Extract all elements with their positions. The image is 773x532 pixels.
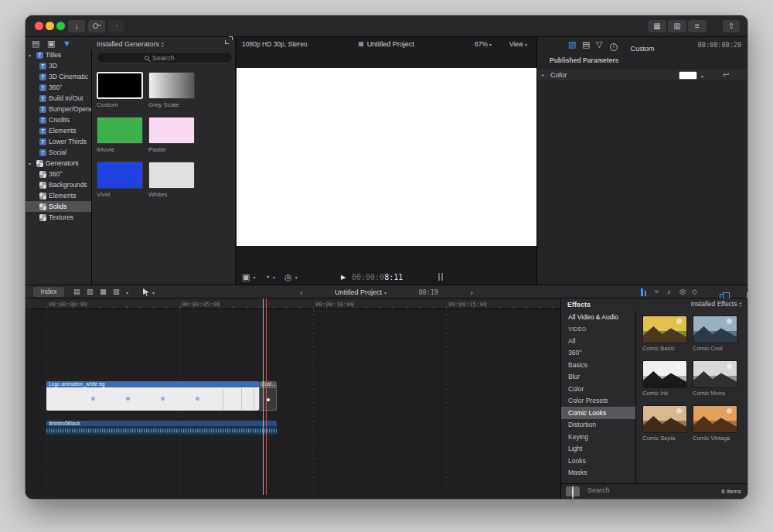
generator-item-imovie[interactable]: iMovie xyxy=(97,117,143,153)
sidebar-item-360-titles[interactable]: 360° xyxy=(26,82,91,93)
sidebar-item-solids[interactable]: Solids xyxy=(26,201,91,212)
clip-appearance-icon-3[interactable]: ▦ xyxy=(100,288,107,295)
fullscreen-icon[interactable] xyxy=(225,36,233,44)
generator-thumbnail[interactable] xyxy=(97,117,143,144)
sidebar-item-textures[interactable]: Textures xyxy=(26,212,91,223)
category-basics[interactable]: Basics xyxy=(561,359,635,371)
minimize-button[interactable] xyxy=(46,22,54,30)
snapping-icon[interactable]: ◇ xyxy=(692,288,697,295)
generator-thumbnail[interactable] xyxy=(97,72,143,99)
effect-thumbnail[interactable] xyxy=(642,405,687,433)
sidebar-item-360-generators[interactable]: 360° xyxy=(26,169,91,179)
sidebar-item-3d[interactable]: 3D xyxy=(26,60,91,71)
reset-parameter-icon[interactable]: ↩ xyxy=(723,70,729,79)
category-blur[interactable]: Blur xyxy=(561,371,635,384)
browser-layout-button[interactable]: ▦ xyxy=(648,20,666,32)
effect-item-comic-mono[interactable]: Comic Mono xyxy=(693,360,737,397)
effect-item-comic-ink[interactable]: Comic Ink xyxy=(642,360,687,397)
crop-tool-icon[interactable]: ▣ xyxy=(242,273,250,281)
sidebar-item-build-in-out[interactable]: Build In/Out xyxy=(26,93,91,104)
effect-item-comic-basic[interactable]: Comic Basic xyxy=(642,315,687,352)
category-comic-looks[interactable]: Comic Looks xyxy=(561,407,635,419)
viewer-view-dropdown[interactable]: View ▾ xyxy=(509,40,527,48)
effect-thumbnail[interactable] xyxy=(693,405,737,433)
generator-search-input[interactable] xyxy=(152,54,185,62)
effects-search-button[interactable] xyxy=(566,486,580,496)
effects-pool-dropdown[interactable]: Installed Effects ▴▾ xyxy=(691,300,741,308)
sidebar-item-bumper-opener[interactable]: Bumper/Opener xyxy=(26,104,91,114)
timeline-layout-button[interactable]: ▥ xyxy=(668,20,686,32)
inspector-layout-button[interactable]: ≡ xyxy=(688,20,707,32)
effect-item-comic-sepia[interactable]: Comic Sepia xyxy=(642,405,687,442)
disclosure-triangle-icon[interactable]: ▾ xyxy=(29,161,34,166)
category-masks[interactable]: Masks xyxy=(561,467,635,479)
skimming-icon[interactable]: ≈ xyxy=(655,288,659,295)
solo-icon[interactable]: ◎ xyxy=(679,288,686,295)
category-all-video-audio[interactable]: All Video & Audio xyxy=(561,311,635,323)
effect-item-comic-cool[interactable]: Comic Cool xyxy=(693,315,737,352)
sidebar-item-credits[interactable]: Credits xyxy=(26,114,91,125)
category-keying[interactable]: Keying xyxy=(561,431,635,443)
category-color-presets[interactable]: Color Presets xyxy=(561,395,635,408)
timeline-project-dropdown[interactable]: Untitled Project ▾ xyxy=(335,288,386,296)
close-button[interactable] xyxy=(35,22,43,30)
effect-thumbnail[interactable] xyxy=(642,315,687,343)
generator-clip-body[interactable] xyxy=(259,387,277,411)
generator-clip-name-bar[interactable]: Cust... xyxy=(259,381,277,387)
title-clip-name-bar[interactable]: Logo animation_white bg xyxy=(46,381,259,387)
category-distortion[interactable]: Distortion xyxy=(561,419,635,431)
sidebar-item-elements-generators[interactable]: Elements xyxy=(26,190,91,201)
category-all[interactable]: All xyxy=(561,335,635,347)
playhead[interactable] xyxy=(266,298,267,495)
import-media-button[interactable]: ↓ xyxy=(68,20,85,32)
category-360[interactable]: 360° xyxy=(561,347,635,360)
media-browser-icon[interactable]: ▤ xyxy=(32,39,39,48)
generator-thumbnail[interactable] xyxy=(97,162,143,189)
background-tasks-button[interactable]: ◔ xyxy=(108,20,124,32)
effects-search-input[interactable] xyxy=(587,486,680,494)
viewer-zoom-dropdown[interactable]: 67% ▾ xyxy=(475,40,492,48)
sidebar-item-backgrounds[interactable]: Backgrounds xyxy=(26,179,91,190)
audio-meters-icon[interactable] xyxy=(641,288,646,296)
generator-thumbnail[interactable] xyxy=(148,72,195,99)
clip-appearance-icon-4[interactable]: ▧ xyxy=(113,288,120,295)
disclosure-triangle-icon[interactable]: ▾ xyxy=(29,53,34,58)
disclosure-triangle-icon[interactable]: ▸ xyxy=(542,72,547,77)
timeline-pane[interactable]: 00:00:00:00 00:00:05:00 00:00:10:00 00:0… xyxy=(26,298,747,499)
previous-project-arrow[interactable]: ‹ xyxy=(300,288,303,297)
retime-tool-icon[interactable]: ◔ xyxy=(264,273,270,281)
photos-audio-browser-icon[interactable]: ▣ xyxy=(47,39,55,48)
generator-thumbnail[interactable] xyxy=(148,162,195,189)
color-parameter-row[interactable]: ▸ Color ▾ ↩ xyxy=(537,68,747,81)
next-project-arrow[interactable]: › xyxy=(470,288,473,297)
title-clip-body[interactable] xyxy=(46,387,259,411)
play-button[interactable]: ▶ xyxy=(341,274,346,281)
viewer-canvas[interactable] xyxy=(237,68,536,246)
category-color[interactable]: Color xyxy=(561,383,635,395)
clip-appearance-icon-2[interactable]: ▥ xyxy=(87,288,94,295)
sidebar-section-titles[interactable]: ▾ Titles xyxy=(26,49,91,60)
generator-item-pastel[interactable]: Pastel xyxy=(148,117,195,153)
audio-meters-mini-icon[interactable] xyxy=(438,273,443,281)
sidebar-item-social[interactable]: Social xyxy=(26,147,91,158)
share-button[interactable]: ⇧ xyxy=(723,20,740,32)
index-button[interactable]: Index xyxy=(33,287,64,297)
generator-search-field[interactable] xyxy=(97,52,233,63)
effect-item-comic-vintage[interactable]: Comic Vintage xyxy=(693,405,737,442)
color-well[interactable] xyxy=(679,71,697,80)
keyframe-button[interactable] xyxy=(88,20,105,32)
audio-skimming-icon[interactable]: ♪ xyxy=(667,288,671,295)
generator-thumbnail[interactable] xyxy=(148,117,195,144)
generator-item-grey-scale[interactable]: Grey Scale xyxy=(148,72,195,108)
effects-tool-icon[interactable]: ◎ xyxy=(284,273,292,281)
audio-clip-name-bar[interactable]: ilmintro5Black xyxy=(46,421,277,426)
category-looks[interactable]: Looks xyxy=(561,455,635,467)
generator-item-vivid[interactable]: Vivid xyxy=(97,162,143,198)
generator-item-whites[interactable]: Whites xyxy=(148,162,195,198)
clip-appearance-icon-1[interactable]: ▤ xyxy=(73,288,80,295)
generator-pool-dropdown[interactable]: Installed Generators ▴▾ xyxy=(97,39,164,49)
select-tool-icon[interactable] xyxy=(143,288,149,296)
audio-clip-body[interactable] xyxy=(46,426,277,435)
generator-item-custom[interactable]: Custom xyxy=(97,72,143,108)
effect-thumbnail[interactable] xyxy=(693,315,737,343)
